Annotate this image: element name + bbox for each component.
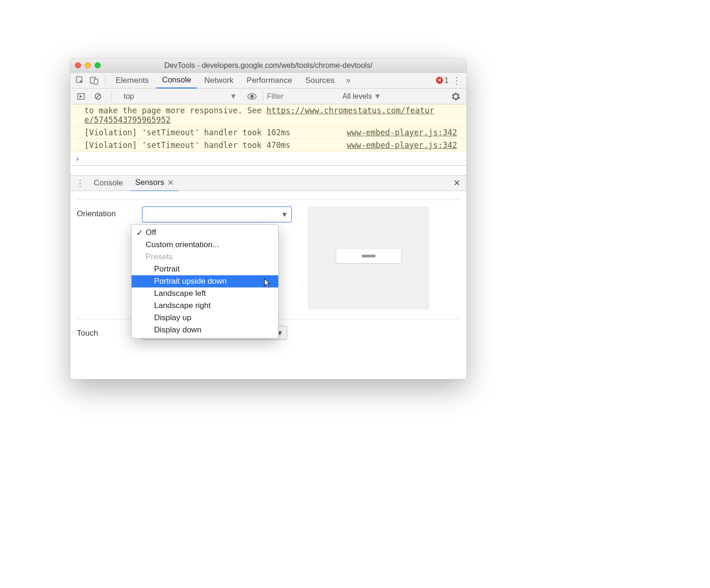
caret-down-icon: ▾ bbox=[282, 209, 287, 220]
error-count-value: 1 bbox=[444, 76, 449, 85]
dropdown-header-presets: Presets bbox=[132, 251, 278, 263]
devtools-window: DevTools - developers.google.com/web/too… bbox=[70, 59, 466, 379]
dropdown-item-landscape-left[interactable]: Landscape left bbox=[132, 287, 278, 300]
error-count[interactable]: ✕ 1 bbox=[436, 76, 449, 85]
close-tab-icon[interactable]: ✕ bbox=[167, 178, 174, 188]
dropdown-item-portrait[interactable]: Portrait bbox=[132, 263, 278, 275]
link[interactable]: e/5745543795965952 bbox=[84, 115, 170, 125]
drawer-menu-icon[interactable]: ⋮ bbox=[74, 177, 86, 189]
console-row: [Violation] 'setTimeout' handler took 47… bbox=[70, 139, 466, 152]
drawer-tabs: ⋮ Console Sensors ✕ ✕ bbox=[70, 175, 466, 191]
inspect-element-icon[interactable] bbox=[74, 74, 86, 87]
console-settings-icon[interactable] bbox=[450, 90, 462, 103]
close-drawer-icon[interactable]: ✕ bbox=[451, 177, 463, 189]
error-icon: ✕ bbox=[436, 77, 443, 84]
link[interactable]: https://www.chromestatus.com/featur bbox=[266, 106, 434, 115]
dropdown-item-display-down[interactable]: Display down bbox=[132, 324, 278, 336]
titlebar: DevTools - developers.google.com/web/too… bbox=[70, 59, 466, 73]
console-prompt[interactable]: › bbox=[70, 152, 466, 166]
svg-point-7 bbox=[251, 95, 253, 98]
levels-label: All levels bbox=[342, 92, 372, 101]
dropdown-item-custom[interactable]: Custom orientation... bbox=[132, 239, 278, 251]
context-selector[interactable]: top ▼ bbox=[119, 91, 241, 102]
caret-down-icon: ▼ bbox=[229, 92, 237, 101]
orientation-select[interactable]: ▾ bbox=[142, 206, 292, 222]
kebab-menu-icon[interactable]: ⋮ bbox=[451, 74, 463, 87]
console-toolbar: top ▼ All levels ▼ bbox=[70, 88, 466, 104]
log-levels-selector[interactable]: All levels ▼ bbox=[342, 92, 381, 101]
dropdown-item-display-up[interactable]: Display up bbox=[132, 312, 278, 324]
context-value: top bbox=[124, 92, 134, 101]
filter-input[interactable] bbox=[263, 91, 338, 102]
tab-sources[interactable]: Sources bbox=[300, 73, 340, 88]
main-tabs: Elements Console Network Performance Sou… bbox=[70, 73, 466, 88]
clear-console-icon[interactable] bbox=[92, 90, 104, 103]
console-row: [Violation] 'setTimeout' handler took 10… bbox=[70, 126, 466, 139]
window-title: DevTools - developers.google.com/web/too… bbox=[70, 61, 466, 70]
source-link[interactable]: www-embed-player.js:342 bbox=[347, 128, 457, 137]
device-preview-bar bbox=[336, 249, 401, 263]
device-preview bbox=[308, 206, 429, 309]
svg-rect-2 bbox=[94, 79, 98, 84]
dropdown-item-off[interactable]: Off bbox=[132, 227, 278, 239]
tab-elements[interactable]: Elements bbox=[110, 73, 155, 88]
drawer-tab-console[interactable]: Console bbox=[89, 176, 127, 191]
separator bbox=[111, 91, 112, 102]
tab-console[interactable]: Console bbox=[156, 73, 197, 88]
orientation-label: Orientation bbox=[77, 206, 131, 219]
device-toolbar-icon[interactable] bbox=[88, 74, 100, 87]
live-expression-icon[interactable] bbox=[246, 90, 258, 103]
console-row: to make the page more responsive. See ht… bbox=[70, 104, 466, 126]
toggle-sidebar-icon[interactable] bbox=[75, 90, 87, 103]
more-tabs-icon[interactable]: » bbox=[342, 74, 354, 87]
console-message: [Violation] 'setTimeout' handler took 47… bbox=[84, 140, 290, 150]
caret-down-icon: ▼ bbox=[374, 92, 381, 101]
orientation-dropdown: Off Custom orientation... Presets Portra… bbox=[131, 224, 279, 338]
console-message: to make the page more responsive. See ht… bbox=[84, 106, 434, 125]
touch-label: Touch bbox=[77, 326, 131, 338]
console-message: [Violation] 'setTimeout' handler took 10… bbox=[84, 128, 290, 137]
tab-network[interactable]: Network bbox=[199, 73, 239, 88]
separator bbox=[105, 75, 105, 86]
tab-performance[interactable]: Performance bbox=[241, 73, 298, 88]
source-link[interactable]: www-embed-player.js:342 bbox=[347, 140, 457, 150]
svg-line-5 bbox=[96, 95, 100, 98]
dropdown-item-portrait-upside-down[interactable]: Portrait upside down bbox=[132, 275, 278, 287]
drawer-tab-sensors[interactable]: Sensors ✕ bbox=[130, 175, 178, 191]
console-output: to make the page more responsive. See ht… bbox=[70, 104, 466, 152]
dropdown-item-landscape-right[interactable]: Landscape right bbox=[132, 300, 278, 312]
